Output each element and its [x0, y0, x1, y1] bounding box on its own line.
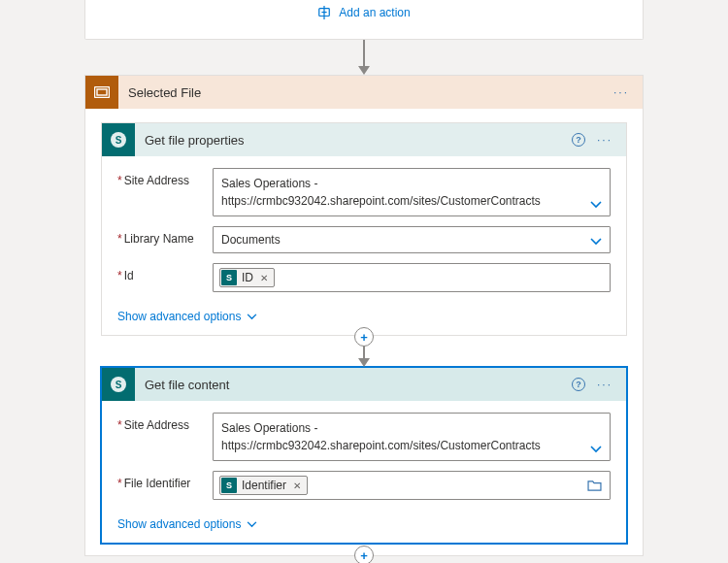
scope-icon: [85, 76, 118, 109]
add-action-label: Add an action: [339, 6, 410, 19]
add-action-icon: [317, 6, 331, 19]
site-address-label: *Site Address: [117, 413, 213, 432]
prior-scope-card-bottom: Add an action: [84, 0, 644, 40]
action-get-file-properties: S Get file properties ? ··· *Site Addres…: [101, 122, 627, 336]
action-title: Get file properties: [135, 133, 572, 148]
file-identifier-input[interactable]: S Identifier ✕: [213, 471, 611, 500]
add-action-button[interactable]: Add an action: [85, 0, 643, 25]
insert-step-button[interactable]: +: [354, 546, 374, 563]
show-advanced-toggle[interactable]: Show advanced options: [102, 517, 626, 543]
action-header[interactable]: S Get file content ? ···: [102, 368, 626, 401]
action-menu-icon[interactable]: ···: [595, 378, 614, 391]
sharepoint-icon: S: [102, 368, 135, 401]
scope-header[interactable]: Selected File ···: [85, 76, 643, 109]
scope-menu-icon[interactable]: ···: [612, 85, 631, 99]
id-label: *Id: [117, 263, 213, 282]
flow-column: Add an action Selected File ···: [84, 0, 644, 563]
connector-arrow: [358, 40, 370, 75]
help-icon[interactable]: ?: [572, 378, 585, 391]
library-name-label: *Library Name: [117, 226, 213, 246]
chevron-down-icon: [247, 314, 257, 320]
connector-arrow: +: [358, 556, 370, 563]
chevron-down-icon: [590, 201, 602, 209]
sharepoint-token-icon: S: [221, 270, 237, 285]
scope-selected-file: Selected File ··· S Get file properties …: [84, 75, 644, 556]
action-title: Get file content: [135, 378, 572, 392]
file-identifier-label: *File Identifier: [117, 471, 213, 490]
sharepoint-token-icon: S: [221, 478, 237, 493]
id-input[interactable]: S ID ✕: [213, 263, 611, 292]
folder-picker-icon[interactable]: [587, 480, 602, 491]
site-address-dropdown[interactable]: Sales Operations - https://crmbc932042.s…: [213, 168, 611, 216]
site-address-label: *Site Address: [117, 168, 213, 187]
help-icon[interactable]: ?: [572, 133, 585, 147]
dynamic-token-identifier[interactable]: S Identifier ✕: [219, 476, 308, 495]
scope-title: Selected File: [118, 85, 612, 100]
insert-step-button[interactable]: +: [354, 327, 374, 347]
inner-connector-arrow: +: [358, 338, 370, 367]
chevron-down-icon: [590, 446, 602, 453]
remove-token-icon[interactable]: ✕: [260, 273, 268, 283]
scope-body: S Get file properties ? ··· *Site Addres…: [85, 109, 643, 555]
action-menu-icon[interactable]: ···: [595, 133, 614, 147]
action-get-file-content: S Get file content ? ··· *Site Address S…: [101, 367, 627, 544]
chevron-down-icon: [590, 238, 602, 246]
sharepoint-icon: S: [102, 123, 135, 156]
svg-rect-4: [97, 89, 107, 95]
flow-canvas: Add an action Selected File ···: [0, 0, 728, 563]
dynamic-token-id[interactable]: S ID ✕: [219, 268, 275, 287]
library-name-dropdown[interactable]: Documents: [213, 226, 611, 253]
action-header[interactable]: S Get file properties ? ···: [102, 123, 626, 156]
remove-token-icon[interactable]: ✕: [293, 480, 301, 491]
site-address-dropdown[interactable]: Sales Operations - https://crmbc932042.s…: [213, 413, 611, 461]
chevron-down-icon: [247, 521, 257, 528]
